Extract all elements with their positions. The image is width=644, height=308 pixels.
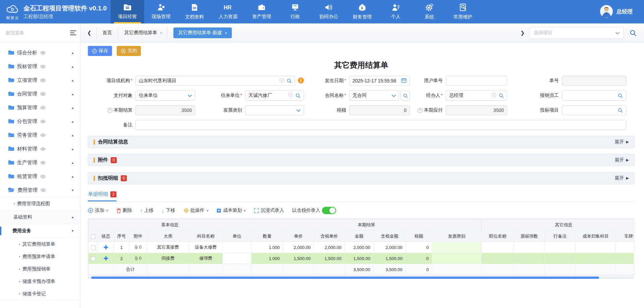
move-down-button[interactable]: ↓ 下移 <box>162 207 175 213</box>
reimburse-employee-field[interactable] <box>562 90 626 101</box>
move-up-button[interactable]: ↑ 上移 <box>140 207 154 213</box>
help-icon[interactable] <box>418 108 423 113</box>
close-button[interactable]: 关闭 <box>117 46 141 56</box>
sidebar-folder-leasing[interactable]: 租赁管理 ▲ <box>0 170 80 183</box>
nav-item-personal[interactable]: 个人 <box>379 0 413 23</box>
collapse-menu-icon[interactable] <box>69 29 77 37</box>
nav-item-system[interactable]: 系统 <box>413 0 446 23</box>
sidebar-item-expense-pre-reimbursement[interactable]: 费用预报销单 <box>0 263 80 275</box>
row-checkbox[interactable] <box>91 245 96 250</box>
batch-operation-button[interactable]: 批操作 ∨ <box>183 207 209 213</box>
user-box[interactable]: 总经理 <box>600 0 644 23</box>
chevron-down-icon[interactable] <box>297 108 301 113</box>
nav-item-administration[interactable]: 行政 <box>278 0 312 23</box>
sidebar-item-other-expense-settlement[interactable]: 其它费用结算单 <box>0 238 80 250</box>
org-field[interactable]: 山东时代垦利项目 <box>136 76 295 86</box>
search-icon[interactable] <box>618 108 623 113</box>
bid-project-field[interactable] <box>562 105 626 115</box>
expand-label[interactable]: 展开 <box>615 175 624 181</box>
info-warning-icon[interactable] <box>298 77 304 84</box>
nav-item-site-management[interactable]: 现场管理 <box>144 0 178 23</box>
search-icon[interactable] <box>286 78 292 83</box>
collapse-arrow-icon[interactable]: ▲ <box>71 147 74 151</box>
nav-item-finance[interactable]: ¥ 财务管理 <box>345 0 379 23</box>
eye-icon[interactable] <box>41 187 46 193</box>
unit-cell-editing[interactable] <box>223 253 252 264</box>
invoice-type-select[interactable] <box>245 105 304 115</box>
collapse-arrow-icon[interactable]: ▲ <box>71 175 74 178</box>
contract-search-icon[interactable] <box>400 90 410 101</box>
expand-arrow-icon[interactable]: ▶ <box>626 158 629 162</box>
eye-icon[interactable] <box>40 146 46 152</box>
sidebar-item-stored-card-register[interactable]: 储值卡登记 <box>0 288 80 300</box>
collapse-arrow-icon[interactable]: ▲ <box>71 120 74 123</box>
project-search-icon[interactable] <box>629 29 637 37</box>
eye-icon[interactable] <box>40 64 46 69</box>
contract-select[interactable]: 无合同 <box>349 90 399 101</box>
sidebar-item-expense-budget-application[interactable]: 费用预算申请单 <box>0 250 80 263</box>
add-row-plus-icon[interactable]: ✚ <box>103 244 108 251</box>
tab-home[interactable]: 首页 <box>96 27 118 39</box>
note-field[interactable] <box>136 120 626 130</box>
sidebar-item-stored-card-preprocess[interactable]: 储值卡预办理单 <box>0 275 80 288</box>
eye-icon[interactable] <box>40 160 46 166</box>
collapse-arrow-icon[interactable]: ▲ <box>71 65 74 68</box>
section-attachments[interactable]: 附件 0 展开▶ <box>88 154 635 166</box>
section-deduction-detail[interactable]: 扣抵明细 0 展开▶ <box>88 172 635 184</box>
eye-icon[interactable] <box>40 132 46 138</box>
invoice-type-cell[interactable] <box>432 242 482 253</box>
chevron-down-icon[interactable] <box>188 93 192 98</box>
collapse-arrow-icon[interactable]: ▲ <box>71 51 74 55</box>
sidebar-folder-project-initiation[interactable]: 立项管理 ▲ <box>0 73 80 87</box>
collapse-arrow-icon[interactable]: ▲ <box>71 79 74 82</box>
eye-icon[interactable] <box>40 174 46 179</box>
user-no-input[interactable] <box>449 78 504 83</box>
nav-item-collaboration[interactable]: 协同办公 <box>312 0 345 23</box>
tab-document-detail[interactable]: 单据明细 2 <box>88 191 116 201</box>
menu-search-input[interactable] <box>5 30 66 36</box>
sidebar-group-basic-data[interactable]: 基础资料 ▲ <box>0 210 80 224</box>
clear-icon[interactable] <box>491 93 496 99</box>
nav-item-assets[interactable]: 资产管理 <box>245 0 278 23</box>
nav-item-project-operation[interactable]: 项目经营 <box>111 0 144 23</box>
tab-other-expense-settlement-new[interactable]: 其它费用结算单-新建 × <box>173 27 232 38</box>
attachment-cell[interactable]: 0 <box>129 242 147 253</box>
expand-label[interactable]: 展开 <box>615 139 624 145</box>
calendar-icon[interactable] <box>401 78 407 84</box>
add-button[interactable]: 添加 ∨ <box>88 207 108 213</box>
nav-item-documents[interactable]: 文档资料 <box>178 0 211 23</box>
user-no-field[interactable] <box>446 76 507 86</box>
pay-target-select[interactable]: 往来单位 <box>136 90 195 101</box>
tax-inclusive-toggle[interactable] <box>322 207 336 214</box>
row-checkbox[interactable] <box>91 256 96 261</box>
eye-icon[interactable] <box>40 105 46 111</box>
attachment-cell[interactable]: 0 <box>129 253 147 264</box>
eye-icon[interactable] <box>40 91 46 97</box>
eye-icon[interactable] <box>40 77 46 83</box>
add-row-plus-icon[interactable]: ✚ <box>103 255 108 262</box>
occur-date-field[interactable]: 2025-12-17 15:55:58 <box>349 76 410 86</box>
sidebar-folder-production[interactable]: 生产管理 ▲ <box>0 156 80 170</box>
sidebar-folder-contract[interactable]: 合同管理 ▲ <box>0 87 80 101</box>
tabs-scroll-right-icon[interactable]: ❯ <box>517 28 528 38</box>
select-all-checkbox[interactable] <box>91 234 96 239</box>
collapse-arrow-icon[interactable]: ▼ <box>71 229 74 233</box>
sidebar-folder-expense[interactable]: 费用管理 ▼ <box>0 183 80 197</box>
nav-item-maintenance[interactable]: 常用维护 <box>446 0 480 23</box>
invoice-type-cell[interactable] <box>432 253 482 264</box>
sidebar-group-expense-business[interactable]: 费用业务 ▼ <box>0 224 80 238</box>
search-icon[interactable] <box>618 93 623 98</box>
delete-button[interactable]: 删除 <box>116 207 132 213</box>
nav-item-hr[interactable]: HR 人力资源 <box>211 0 245 23</box>
immersive-entry-button[interactable]: 沉浸式录入 <box>254 207 284 213</box>
sidebar-folder-comprehensive-analysis[interactable]: 综合分析 ▲ <box>0 46 80 60</box>
note-input[interactable] <box>139 122 623 128</box>
sidebar-folder-material[interactable]: 材料管理 ▲ <box>0 142 80 156</box>
collapse-arrow-icon[interactable]: ▲ <box>71 93 74 96</box>
sidebar-folder-subcontract[interactable]: 分包管理 ▲ <box>0 115 80 128</box>
eye-icon[interactable] <box>40 50 46 56</box>
cost-planning-button[interactable]: 成本策划 ∨ <box>216 207 246 213</box>
project-select[interactable]: 选择项目 <box>529 27 624 39</box>
collapse-arrow-icon[interactable]: ▲ <box>71 161 74 165</box>
search-icon[interactable] <box>295 93 301 98</box>
